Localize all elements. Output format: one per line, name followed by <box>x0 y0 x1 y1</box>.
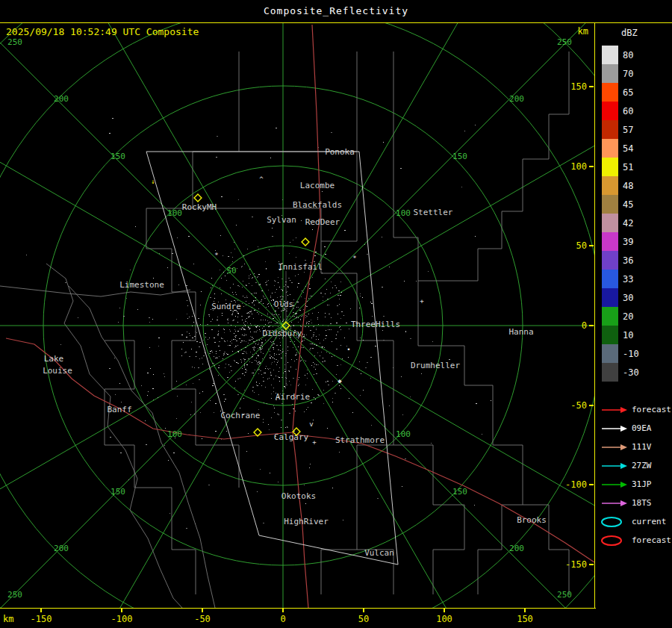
city-label: Sundre <box>211 302 241 311</box>
legend-item: 31JP <box>600 475 671 494</box>
legend-item: forecast <box>600 531 671 550</box>
colorbar-swatch <box>602 83 618 102</box>
legend-label: forecast <box>632 405 671 414</box>
point-marker: * <box>352 255 356 262</box>
ring-label: 250 <box>557 590 572 600</box>
frame-right-line <box>594 22 595 609</box>
colorbar-stop: 54 <box>602 139 639 158</box>
city-label: Didsbury <box>263 329 302 338</box>
point-marker: v <box>309 420 313 428</box>
colorbar-stop: 42 <box>602 214 639 232</box>
city-label: Brooks <box>517 515 547 525</box>
colorbar-stop: 70 <box>602 64 639 83</box>
colorbar-swatch <box>602 214 618 232</box>
colorbar-swatch <box>602 270 618 288</box>
point-marker: ↓ <box>151 178 155 185</box>
colorbar-value-label: 42 <box>623 218 633 228</box>
colorbar-stop: 36 <box>602 251 639 270</box>
colorbar-stop: 60 <box>602 102 639 120</box>
radar-map[interactable]: 5010015020025010015020025010015020025010… <box>0 23 594 608</box>
ring-label: 150 <box>452 152 467 161</box>
city-label: RockyMH <box>182 202 217 212</box>
colorbar-stop: 10 <box>602 326 639 344</box>
ring-label: 100 <box>167 429 182 439</box>
colorbar-value-label: 45 <box>623 199 633 210</box>
ring-label: 150 <box>452 487 467 497</box>
ring-label: 200 <box>509 94 524 104</box>
colorbar-value-label: 57 <box>623 125 633 135</box>
city-label: Cochrane <box>221 411 261 420</box>
colorbar-value-label: 70 <box>623 69 633 79</box>
x-tick-label: 0 <box>267 614 299 624</box>
colorbar-swatch <box>602 307 618 326</box>
y-tick-label: -50 <box>570 400 587 411</box>
city-label: Calgary <box>274 432 309 442</box>
legend-item: current <box>600 512 671 531</box>
colorbar-stop: 33 <box>602 270 639 288</box>
y-tick-label: 0 <box>582 320 587 331</box>
city-label: Airdrie <box>276 392 310 402</box>
colorbar-swatch <box>602 195 618 214</box>
track-arrow-icon <box>600 441 629 453</box>
colorbar-value-label: 48 <box>623 181 633 191</box>
colorbar-value-label: 39 <box>623 237 633 247</box>
colorbar-swatch <box>602 139 618 158</box>
y-tick-label: -150 <box>565 559 587 570</box>
boundary-line <box>321 241 393 389</box>
city-label: Blackfalds <box>293 200 342 210</box>
ring-label: 100 <box>396 429 411 439</box>
side-panel: dBZ 80706560575451484542393633302010-10-… <box>596 23 672 628</box>
y-tick-label: 100 <box>570 161 587 172</box>
ring-label: 200 <box>54 544 69 553</box>
colorbar-value-label: 80 <box>623 50 633 60</box>
colorbar-stop: 80 <box>602 46 639 64</box>
boundary-line <box>46 264 182 608</box>
x-tick <box>363 609 364 612</box>
colorbar-value-label: 54 <box>623 143 633 154</box>
legend-item: 111V <box>600 438 671 456</box>
ring-label: 50 <box>226 266 236 276</box>
radar-site-marker <box>194 194 202 202</box>
x-tick-label: -50 <box>186 614 219 624</box>
x-tick-label: -100 <box>105 614 138 624</box>
ring-label: 200 <box>54 94 69 104</box>
legend-label: forecast <box>632 535 671 545</box>
map-area: 5010015020025010015020025010015020025010… <box>0 23 594 608</box>
city-label: Ponoka <box>325 147 355 157</box>
ring-label: 250 <box>7 37 22 47</box>
colorbar: 80706560575451484542393633302010-10-30 <box>602 46 639 382</box>
colorbar-value-label: 10 <box>623 330 633 341</box>
city-label: Okotoks <box>281 491 316 501</box>
colorbar-stop: 65 <box>602 83 639 102</box>
x-tick-label: 100 <box>428 614 461 624</box>
colorbar-stop: 51 <box>602 158 639 176</box>
city-label: RedDeer <box>305 217 340 227</box>
city-label: Sylvan <box>267 215 296 225</box>
point-marker: * <box>214 252 218 259</box>
ring-label: 250 <box>557 37 572 47</box>
radar-site-marker <box>302 238 309 246</box>
colorbar-stop: 48 <box>602 176 639 195</box>
colorbar-value-label: 33 <box>623 274 633 285</box>
colorbar-swatch <box>602 64 618 83</box>
colorbar-value-label: 60 <box>623 106 633 116</box>
colorbar-swatch <box>602 176 618 195</box>
point-marker: • <box>346 346 350 353</box>
city-label: Lake <box>44 354 64 364</box>
legend: forecast09EA111V27ZW31JP18TScurrentforec… <box>600 400 671 550</box>
km-unit-bottom: km <box>3 614 13 624</box>
city-label: Banff <box>107 405 131 414</box>
legend-item: 09EA <box>600 419 671 438</box>
y-tick-label: -100 <box>565 479 587 490</box>
window-titlebar: Composite_Reflectivity <box>0 0 672 22</box>
colorbar-value-label: 20 <box>623 311 633 322</box>
x-tick <box>524 609 526 612</box>
boundary-line <box>321 389 393 594</box>
x-tick-label: -150 <box>25 614 57 624</box>
colorbar-stop: 39 <box>602 232 639 251</box>
track-arrow-icon <box>600 460 629 472</box>
legend-label: 18TS <box>632 498 652 508</box>
city-label: ThreeHills <box>351 320 400 329</box>
city-label: Stettler <box>414 208 453 217</box>
city-label: Lacombe <box>300 181 335 190</box>
